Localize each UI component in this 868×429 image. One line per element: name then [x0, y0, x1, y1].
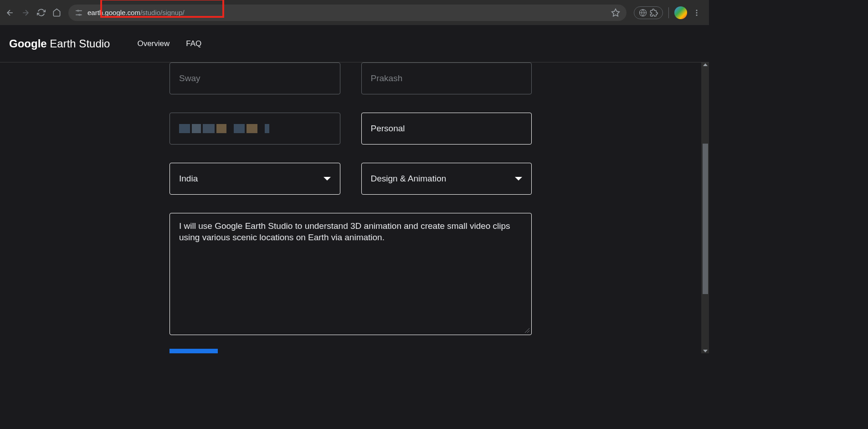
svg-marker-6: [612, 9, 620, 16]
first-name-input[interactable]: Sway: [169, 62, 340, 94]
svg-point-10: [696, 14, 698, 16]
submit-button[interactable]: Submit: [169, 349, 218, 353]
globe-icon: [639, 9, 647, 17]
nav-controls: [4, 8, 61, 17]
site-settings-icon[interactable]: [75, 9, 83, 17]
svg-point-8: [696, 10, 698, 11]
email-input[interactable]: [169, 113, 340, 145]
bookmark-star-icon[interactable]: [611, 8, 620, 17]
profile-avatar[interactable]: [674, 6, 687, 19]
scroll-track[interactable]: [703, 66, 708, 350]
home-button[interactable]: [52, 8, 61, 17]
signup-form: Sway Prakash: [0, 62, 701, 353]
purpose-textarea[interactable]: I will use Google Earth Studio to unders…: [169, 213, 532, 335]
scrollbar[interactable]: [701, 62, 709, 353]
browser-toolbar: earth.google.com/studio/signup/: [0, 0, 709, 25]
forward-button[interactable]: [21, 8, 30, 17]
logo[interactable]: Google Earth Studio: [9, 37, 110, 50]
back-button[interactable]: [5, 8, 15, 17]
address-bar[interactable]: earth.google.com/studio/signup/: [68, 5, 627, 21]
company-input[interactable]: Personal: [361, 113, 532, 145]
industry-select[interactable]: Design & Animation: [361, 163, 532, 195]
reload-button[interactable]: [36, 8, 46, 17]
browser-right-controls: [634, 6, 705, 19]
chevron-down-icon: [515, 177, 522, 181]
browser-menu-button[interactable]: [690, 9, 704, 17]
scroll-thumb[interactable]: [703, 144, 708, 294]
nav-overview[interactable]: Overview: [137, 39, 169, 48]
country-select[interactable]: India: [169, 163, 340, 195]
nav-links: Overview FAQ: [137, 39, 201, 48]
svg-point-5: [79, 14, 80, 16]
page-header: Google Earth Studio Overview FAQ: [0, 25, 709, 62]
scroll-down-icon[interactable]: [703, 350, 708, 352]
last-name-input[interactable]: Prakash: [361, 62, 532, 94]
extensions-group[interactable]: [634, 6, 663, 19]
svg-point-2: [77, 10, 79, 11]
url-text: earth.google.com/studio/signup/: [87, 9, 611, 16]
svg-point-9: [696, 12, 698, 13]
redacted-email: [179, 124, 269, 133]
resize-handle-icon[interactable]: [524, 328, 530, 333]
nav-faq[interactable]: FAQ: [186, 39, 201, 48]
chevron-down-icon: [324, 177, 331, 181]
content-area: Sway Prakash: [0, 62, 701, 353]
divider: [668, 7, 669, 18]
extensions-icon: [650, 9, 658, 17]
